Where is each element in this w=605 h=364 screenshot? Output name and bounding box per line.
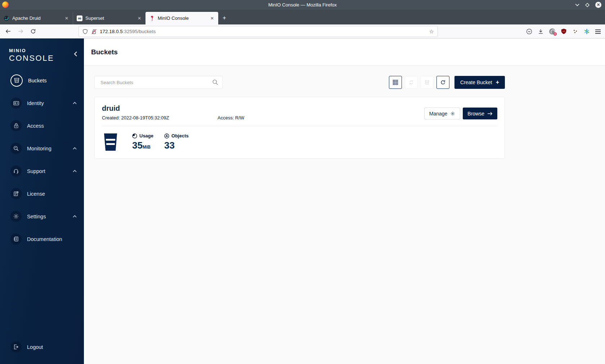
sidebar-item-label: Monitoring [27,146,51,151]
sidebar-item-label: Buckets [28,78,47,83]
manage-label: Manage [429,111,448,117]
back-icon[interactable] [5,28,11,34]
tab-close-icon[interactable]: ✕ [63,16,70,21]
druid-icon [4,15,9,21]
logo-console-text: CONSOLE [9,54,54,63]
minio-console-logo: MINIO CONSOLE [9,48,54,63]
bucket-created-label: Created: 2022-08-19T05:32:09Z [102,115,218,120]
sidebar-item-label: Access [27,123,44,129]
chevron-up-icon[interactable] [73,147,77,150]
sidebar-item-buckets[interactable]: Buckets [0,69,84,92]
window-title: MinIO Console — Mozilla Firefox [268,2,337,8]
window-close-icon[interactable]: ✕ [595,2,601,8]
grid-view-icon [393,79,398,85]
tab-superset[interactable]: ∞ Superset ✕ [73,12,145,24]
bucket-small-icon [424,79,430,85]
window-titlebar: MinIO Console — Mozilla Firefox ✕ [0,0,605,10]
url-bar[interactable]: 172.18.0.5:32595/buckets ☆ [79,26,438,37]
create-bucket-label: Create Bucket [460,79,492,85]
url-path: :32595/buckets [123,29,156,34]
objects-metric: Objects 33 [164,133,189,151]
main-content: Buckets [84,38,605,364]
bucket-icon [10,74,23,87]
browse-label: Browse [467,111,484,117]
manage-button[interactable]: Manage [424,108,461,119]
sidebar-item-label: Settings [27,214,46,219]
url-text[interactable]: 172.18.0.5:32595/buckets [100,29,429,34]
objects-value: 33 [164,140,175,151]
container-extension-icon[interactable]: ✕ [549,28,555,35]
superset-icon: ∞ [77,15,82,21]
monitoring-search-icon [10,143,22,154]
reload-icon[interactable] [30,28,36,34]
support-headset-icon [10,165,22,177]
logout-icon [10,341,22,352]
tracking-shield-icon[interactable] [82,29,88,35]
downloads-icon[interactable] [538,28,544,35]
tab-apache-druid[interactable]: Apache Druid ✕ [0,12,73,24]
sidebar-item-settings[interactable]: Settings [0,205,84,228]
window-maximize-icon[interactable] [585,3,590,7]
tab-label: MinIO Console [158,15,209,21]
sidebar-item-support[interactable]: Support [0,160,84,182]
insecure-lock-icon[interactable] [91,29,97,35]
svg-text:uO: uO [563,30,565,32]
objects-icon [164,133,169,138]
sidebar-item-identity[interactable]: Identity [0,92,84,114]
documentation-book-icon [10,233,22,245]
tab-close-icon[interactable]: ✕ [209,16,215,21]
sync-arrows-icon [408,79,414,85]
extension-badge: ✕ [554,32,557,36]
window-minimize-icon[interactable] [575,4,579,6]
replication-sync-button [405,76,418,89]
arrow-right-icon [487,112,493,116]
ublock-icon[interactable]: uO [561,28,567,35]
pocket-icon[interactable] [526,28,532,35]
menu-hamburger-icon[interactable] [595,28,601,35]
page-title: Buckets [91,48,118,56]
refresh-icon [440,79,446,85]
colorful-asterisk-extension-icon[interactable] [584,28,590,35]
tab-close-icon[interactable]: ✕ [136,16,143,21]
refresh-button[interactable] [436,76,449,89]
url-host: 172.18.0.5 [100,29,123,34]
bucket-card-druid[interactable]: druid Created: 2022-08-19T05:32:09Z Acce… [94,97,505,159]
sidebar-item-access[interactable]: Access [0,114,84,137]
sidebar-item-label: Identity [27,100,44,106]
grid-view-button[interactable] [389,76,402,89]
browser-toolbar: 172.18.0.5:32595/buckets ☆ ✕ uO [0,24,605,38]
manage-gear-icon [450,111,455,116]
forward-icon[interactable] [18,28,24,34]
sidebar-item-documentation[interactable]: Documentation [0,228,84,250]
sidebar: MINIO CONSOLE Buckets Identity [0,38,84,364]
usage-pie-icon [132,133,137,138]
browse-button[interactable]: Browse [463,108,497,119]
sidebar-item-label: License [27,191,45,197]
logo-minio-text: MINIO [9,48,54,53]
minio-flamingo-icon [149,15,155,21]
search-icon [212,79,218,85]
bookmark-star-icon[interactable]: ☆ [429,28,434,35]
create-bucket-button[interactable]: Create Bucket + [454,76,505,89]
plus-icon: + [496,79,499,86]
page-header: Buckets [84,38,605,66]
sidebar-item-logout[interactable]: Logout [0,336,84,358]
chevron-up-icon[interactable] [73,215,77,218]
buckets-toolbar: Create Bucket + [94,76,505,89]
tab-minio-console[interactable]: MinIO Console ✕ [145,12,218,24]
bucket-access-label: Access: R/W [218,115,244,120]
sidebar-item-license[interactable]: License [0,182,84,205]
delete-buckets-button [421,76,434,89]
cookie-extension-icon[interactable] [572,28,578,35]
usage-metric: Usage 35MiB [132,133,153,151]
firefox-icon[interactable] [2,1,9,8]
objects-label: Objects [171,133,189,138]
tab-label: Apache Druid [12,15,63,21]
chevron-up-icon[interactable] [73,102,77,104]
chevron-up-icon[interactable] [73,170,77,172]
usage-value: 35 [132,140,143,151]
sidebar-collapse-icon[interactable] [74,51,77,56]
new-tab-button[interactable]: + [223,14,226,22]
sidebar-item-monitoring[interactable]: Monitoring [0,137,84,160]
search-input[interactable] [94,76,223,89]
